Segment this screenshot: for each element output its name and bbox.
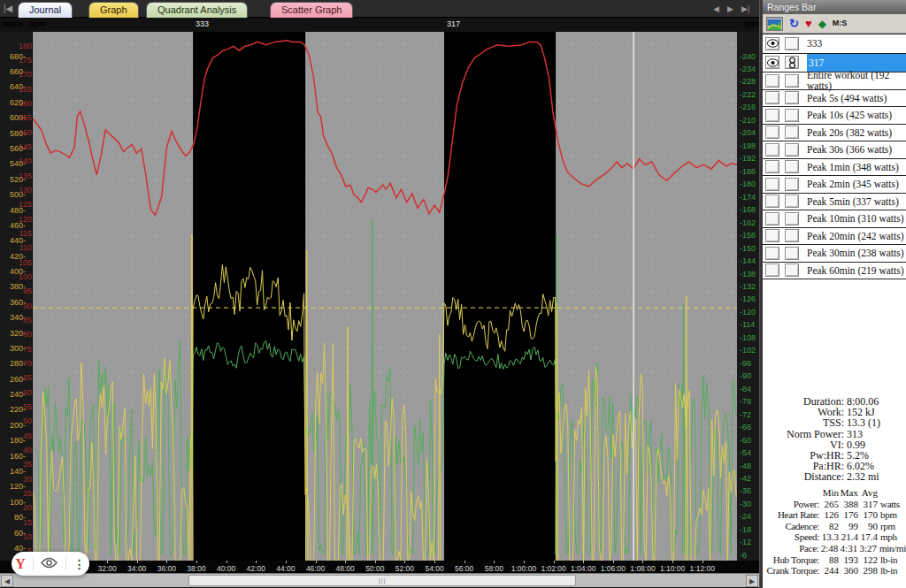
range-label: Entire workout (192 watts) bbox=[807, 73, 906, 89]
range-row[interactable]: Peak 30min (238 watts) bbox=[763, 245, 906, 263]
table-cell-avg: 298 bbox=[858, 565, 878, 577]
link-checkbox[interactable] bbox=[785, 160, 799, 173]
time-format-toggle[interactable]: M:S bbox=[833, 19, 848, 27]
workout-summary: Duration:8:00.06Work:152 kJTSS:13.3 (1)N… bbox=[763, 396, 906, 483]
rpm-tick: -42 bbox=[740, 475, 751, 483]
link-checkbox[interactable] bbox=[785, 91, 799, 104]
rpm-tick: -228 bbox=[740, 78, 756, 86]
range-row[interactable]: Peak 20s (382 watts) bbox=[763, 125, 906, 142]
graph-display-icon[interactable] bbox=[766, 17, 783, 31]
visibility-checkbox[interactable] bbox=[765, 56, 779, 69]
visibility-checkbox[interactable] bbox=[765, 263, 779, 277]
visibility-checkbox[interactable] bbox=[765, 126, 779, 139]
range-row[interactable]: Entire workout (192 watts) bbox=[763, 73, 906, 90]
bpm-tick: 40- bbox=[17, 447, 35, 454]
link-checkbox[interactable] bbox=[785, 212, 799, 225]
rpm-tick: -78 bbox=[740, 398, 751, 406]
tab-scatter-graph[interactable]: Scatter Graph bbox=[270, 2, 353, 18]
link-checkbox[interactable] bbox=[785, 229, 799, 242]
rpm-tick: -18 bbox=[740, 526, 751, 534]
refresh-icon[interactable]: ↻ bbox=[789, 18, 799, 29]
rpm-tick: -72 bbox=[740, 411, 751, 419]
tab-next-icon[interactable]: ▶ bbox=[727, 4, 733, 13]
tab-prev-icon[interactable]: ◀ bbox=[713, 4, 719, 13]
power-spike bbox=[191, 235, 193, 561]
visibility-checkbox[interactable] bbox=[765, 247, 779, 260]
plot-area[interactable] bbox=[33, 32, 737, 561]
link-checkbox[interactable] bbox=[785, 143, 799, 157]
scroll-left-icon[interactable]: ◀ bbox=[1, 575, 13, 587]
heart-rate-line bbox=[33, 41, 737, 216]
range-row[interactable]: Peak 2min (345 watts) bbox=[763, 176, 906, 194]
visibility-checkbox[interactable] bbox=[765, 212, 779, 225]
kebab-menu-icon[interactable]: ⋮ bbox=[73, 557, 86, 571]
rpm-axis-title: rpm bbox=[743, 19, 758, 28]
visibility-checkbox[interactable] bbox=[765, 160, 779, 173]
eye-toggle-button[interactable] bbox=[41, 556, 58, 572]
tab-quadrant-analysis[interactable]: Quadrant Analysis bbox=[146, 2, 248, 18]
interval-label: 317 bbox=[447, 19, 460, 28]
diamond-icon[interactable]: ◆ bbox=[818, 19, 826, 29]
link-checkbox[interactable] bbox=[785, 56, 799, 69]
time-tick: 1:00:00 bbox=[511, 564, 536, 573]
link-checkbox[interactable] bbox=[785, 126, 799, 139]
rpm-tick: -204 bbox=[740, 129, 756, 137]
summary-value: 13.3 (1) bbox=[844, 417, 880, 428]
heart-icon[interactable]: ♥ bbox=[805, 18, 812, 29]
link-checkbox[interactable] bbox=[785, 263, 799, 277]
visibility-checkbox[interactable] bbox=[765, 74, 779, 88]
table-cell-min: 88 bbox=[819, 554, 839, 566]
range-row[interactable]: Peak 30s (366 watts) bbox=[763, 141, 906, 159]
link-checkbox[interactable] bbox=[785, 247, 799, 260]
tab-scroll-first-icon[interactable]: |◀ bbox=[4, 4, 12, 13]
visibility-checkbox[interactable] bbox=[765, 109, 779, 122]
visibility-checkbox[interactable] bbox=[765, 195, 779, 208]
visibility-checkbox[interactable] bbox=[765, 91, 779, 104]
range-row[interactable]: Peak 10s (425 watts) bbox=[763, 107, 906, 125]
link-checkbox[interactable] bbox=[785, 37, 799, 50]
summary-label: TSS: bbox=[763, 417, 844, 428]
rpm-tick: -192 bbox=[740, 155, 756, 163]
range-row[interactable]: Peak 5min (337 watts) bbox=[763, 194, 906, 211]
visibility-checkbox[interactable] bbox=[765, 229, 779, 242]
ranges-bar-panel: Ranges Bar ↻ ♥ ◆ M:S 333 317 Entire work… bbox=[763, 0, 906, 588]
scrollbar-thumb[interactable]: ||| bbox=[188, 575, 576, 586]
y-logo-button[interactable]: Y bbox=[15, 556, 26, 572]
range-row[interactable]: Peak 1min (348 watts) bbox=[763, 159, 906, 177]
time-tick-mark bbox=[137, 561, 138, 563]
tab-graph[interactable]: Graph bbox=[88, 2, 139, 18]
range-row[interactable]: Peak 5s (494 watts) bbox=[763, 90, 906, 108]
link-checkbox[interactable] bbox=[785, 74, 799, 88]
table-row: Heart Rate:126176170bpm bbox=[763, 509, 906, 521]
link-checkbox[interactable] bbox=[785, 195, 799, 208]
time-tick: 50:00 bbox=[365, 564, 384, 573]
range-row[interactable]: Peak 60min (219 watts) bbox=[763, 263, 906, 280]
table-cell-unit: rpm bbox=[878, 521, 895, 532]
tab-last-icon[interactable]: ▶| bbox=[741, 4, 749, 13]
time-tick-mark bbox=[613, 561, 614, 563]
link-checkbox[interactable] bbox=[785, 178, 799, 191]
table-cell-label: Crank Torque: bbox=[763, 565, 819, 577]
rpm-tick: -120 bbox=[740, 309, 756, 317]
rpm-tick: -240 bbox=[740, 53, 756, 61]
table-cell-avg: 122 bbox=[858, 554, 878, 566]
range-row[interactable]: Peak 20min (242 watts) bbox=[763, 228, 906, 246]
time-tick: 44:00 bbox=[276, 564, 295, 573]
table-cell-unit: mph bbox=[878, 531, 897, 543]
visibility-checkbox[interactable] bbox=[765, 178, 779, 191]
visibility-checkbox[interactable] bbox=[765, 143, 779, 157]
rpm-tick: -90 bbox=[740, 372, 751, 380]
right-axis: -240-234-228-222-216-210-204-198-192-186… bbox=[737, 32, 759, 561]
range-row[interactable]: 333 bbox=[763, 34, 906, 54]
link-checkbox[interactable] bbox=[785, 109, 799, 122]
visibility-checkbox[interactable] bbox=[765, 37, 779, 50]
tab-journal[interactable]: Journal bbox=[18, 2, 73, 18]
range-row[interactable]: Peak 10min (310 watts) bbox=[763, 210, 906, 228]
range-label: Peak 60min (219 watts) bbox=[807, 263, 906, 279]
cadence-spike bbox=[372, 219, 373, 554]
time-tick: 1:10:00 bbox=[660, 564, 685, 573]
scroll-right-icon[interactable]: ▶ bbox=[746, 575, 758, 587]
table-cell-min: 13.3 bbox=[819, 531, 839, 543]
range-label: 333 bbox=[807, 34, 906, 53]
horizontal-scrollbar[interactable]: ◀ ▶ ||| bbox=[0, 573, 759, 587]
